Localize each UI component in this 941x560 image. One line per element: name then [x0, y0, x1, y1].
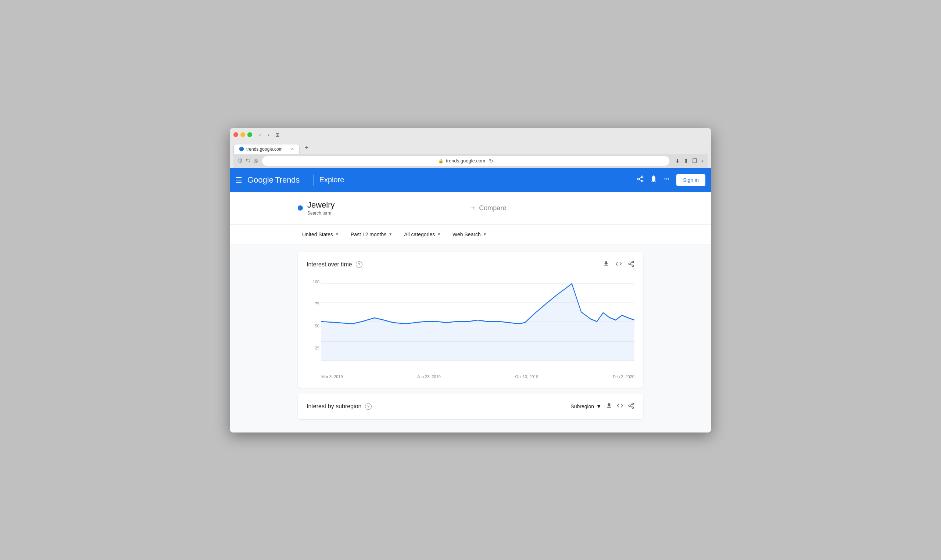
compare-plus-icon: + [471, 203, 476, 213]
svg-point-5 [632, 261, 634, 263]
search-type-chevron-icon: ▼ [483, 232, 487, 236]
url-text: trends.google.com [446, 158, 485, 163]
y-label-100: 100 [306, 280, 319, 284]
subregion-card-header: Interest by subregion ? Subregion ▼ [306, 402, 635, 411]
extension-icon-1[interactable]: 🛡️ [237, 158, 243, 163]
subregion-help-icon[interactable]: ? [365, 403, 372, 410]
category-filter-label: All categories [404, 231, 435, 237]
location-chevron-icon: ▼ [335, 232, 339, 236]
address-bar-row: 🛡️ 🛡 ◎ 🔒 trends.google.com ↻ ⬇ ⬆ ❐ + [233, 154, 708, 168]
header-divider [313, 175, 314, 186]
tab-favicon: 🔵 [239, 147, 244, 151]
interest-over-time-help-icon[interactable]: ? [356, 261, 362, 268]
browser-tab[interactable]: 🔵 trends.google.com ✕ [233, 144, 300, 154]
new-tab-button[interactable]: + [301, 142, 313, 154]
x-label-oct: Oct 13, 2019 [515, 374, 539, 379]
tab-close[interactable]: ✕ [291, 147, 294, 151]
share-subregion-icon[interactable] [628, 402, 635, 411]
google-logo-text: Google [247, 175, 274, 185]
lock-icon: 🔒 [438, 158, 444, 163]
time-range-filter[interactable]: Past 12 months ▼ [346, 229, 397, 240]
share-icon[interactable]: ⬆ [684, 158, 688, 164]
interest-by-subregion-card: Interest by subregion ? Subregion ▼ [298, 394, 643, 419]
svg-point-1 [638, 178, 639, 180]
search-term-type: Search term [307, 211, 335, 216]
extension-icon-2[interactable]: 🛡 [246, 158, 251, 163]
svg-line-8 [630, 264, 632, 265]
location-filter-label: United States [302, 231, 333, 237]
embed-subregion-icon[interactable] [617, 402, 624, 411]
share-header-icon[interactable] [637, 175, 644, 185]
explore-label: Explore [319, 175, 344, 184]
back-button[interactable]: ‹ [257, 131, 263, 139]
trends-logo-text: Trends [275, 175, 300, 185]
forward-button[interactable]: › [266, 131, 271, 139]
category-filter[interactable]: All categories ▼ [400, 229, 445, 240]
share-chart-icon[interactable] [628, 260, 635, 269]
subregion-right-controls: Subregion ▼ [570, 402, 635, 411]
svg-line-20 [630, 404, 632, 405]
search-term-dot [298, 205, 303, 211]
app-content: ☰ Google Trends Explore [230, 168, 711, 432]
svg-point-0 [641, 176, 643, 178]
filters-bar: United States ▼ Past 12 months ▼ All cat… [230, 225, 711, 245]
time-range-filter-label: Past 12 months [351, 231, 386, 237]
toolbar-icons: ⬇ ⬆ ❐ + [675, 158, 704, 164]
svg-point-18 [632, 407, 634, 409]
svg-point-17 [628, 405, 630, 406]
apps-icon[interactable] [663, 175, 670, 185]
search-term-info: Jewelry Search term [307, 200, 335, 216]
browser-chrome: ‹ › ⊞ 🔵 trends.google.com ✕ + 🛡️ 🛡 ◎ 🔒 t… [230, 128, 711, 168]
category-chevron-icon: ▼ [437, 232, 441, 236]
close-window-button[interactable] [233, 132, 238, 137]
compare-box[interactable]: + Compare [456, 192, 644, 225]
browser-controls: ‹ › ⊞ [233, 131, 708, 139]
subregion-dropdown[interactable]: Subregion ▼ [570, 403, 601, 409]
y-axis-labels: 100 75 50 25 [306, 280, 319, 368]
traffic-lights [233, 132, 252, 137]
y-label-25: 25 [306, 346, 319, 350]
svg-marker-15 [321, 284, 635, 360]
duplicate-icon[interactable]: ❐ [692, 158, 697, 164]
notifications-icon[interactable] [650, 175, 657, 185]
y-label-50: 50 [306, 324, 319, 328]
download-subregion-icon[interactable] [606, 402, 612, 411]
svg-line-19 [630, 406, 632, 407]
search-term-box: Jewelry Search term [298, 192, 456, 225]
search-type-filter-label: Web Search [453, 231, 481, 237]
chart-container: 100 75 50 25 [306, 276, 635, 379]
sign-in-button[interactable]: Sign in [676, 174, 705, 186]
time-range-chevron-icon: ▼ [388, 232, 392, 236]
x-label-mar: Mar 3, 2019 [321, 374, 343, 379]
reload-icon[interactable]: ↻ [489, 158, 493, 164]
svg-point-7 [632, 265, 634, 267]
svg-point-2 [641, 180, 643, 182]
location-filter[interactable]: United States ▼ [298, 229, 343, 240]
maximize-window-button[interactable] [247, 132, 252, 137]
interest-over-time-title: Interest over time [306, 261, 352, 268]
search-type-filter[interactable]: Web Search ▼ [448, 229, 491, 240]
hamburger-menu-icon[interactable]: ☰ [236, 175, 242, 185]
embed-chart-icon[interactable] [615, 260, 622, 269]
search-section: Jewelry Search term + Compare [230, 192, 711, 225]
add-to-reading-list-icon[interactable]: + [701, 158, 704, 164]
download-chart-icon[interactable] [603, 260, 610, 269]
svg-point-6 [628, 263, 630, 265]
minimize-window-button[interactable] [240, 132, 245, 137]
card-header: Interest over time ? [306, 260, 635, 269]
search-term-name[interactable]: Jewelry [307, 200, 335, 210]
card-actions [603, 260, 635, 269]
extension-icon-3[interactable]: ◎ [254, 158, 258, 163]
y-label-75: 75 [306, 302, 319, 306]
header-icons: Sign in [637, 174, 705, 186]
main-content: Interest over time ? [230, 245, 711, 432]
interest-over-time-card: Interest over time ? [298, 252, 643, 388]
chart-svg [321, 280, 635, 368]
download-icon[interactable]: ⬇ [675, 158, 680, 164]
subregion-dropdown-chevron: ▼ [596, 403, 601, 409]
browser-window: ‹ › ⊞ 🔵 trends.google.com ✕ + 🛡️ 🛡 ◎ 🔒 t… [230, 128, 711, 432]
card-title-row: Interest over time ? [306, 261, 362, 268]
subregion-title-row: Interest by subregion ? [306, 403, 372, 410]
x-label-feb: Feb 2, 2020 [613, 374, 635, 379]
address-bar[interactable]: 🔒 trends.google.com ↻ [262, 156, 669, 166]
